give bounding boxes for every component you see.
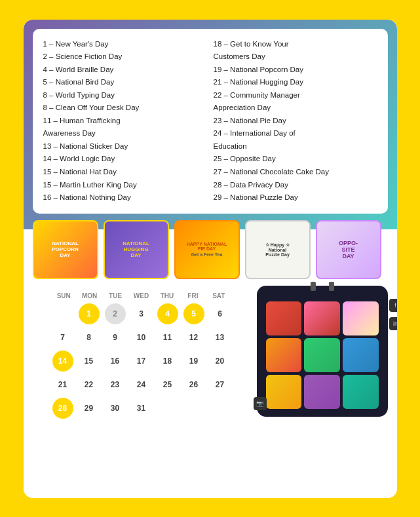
outer-border: 1 – New Year's Day2 – Science Fiction Da… <box>17 13 404 505</box>
day-item: Education <box>214 140 377 153</box>
calendar-day <box>52 303 73 324</box>
calendar-day[interactable]: 22 <box>79 374 100 395</box>
calendar-header-cell: WED <box>128 292 154 299</box>
popcorn-card: NATIONALPOPCORNDAY <box>33 220 98 279</box>
day-item: 16 – National Nothing Day <box>43 191 207 204</box>
device-cell <box>304 338 340 372</box>
calendar-day[interactable]: 19 <box>183 351 204 372</box>
calendar-day[interactable]: 9 <box>105 327 126 348</box>
calendar-day[interactable]: 17 <box>131 351 152 372</box>
device-screen <box>262 291 383 412</box>
day-item: 1 – New Year's Day <box>43 38 207 51</box>
calendar-header-cell: MON <box>77 292 102 299</box>
calendar-day[interactable]: 29 <box>79 398 100 419</box>
calendar-day[interactable]: 18 <box>157 351 178 372</box>
calendar-day <box>157 398 178 419</box>
day-item: 21 – National Hugging Day <box>214 76 377 89</box>
calendar-day[interactable]: 3 <box>131 303 152 324</box>
day-item: 8 – Clean Off Your Desk Day <box>43 102 207 115</box>
day-item: 11 – Human Trafficking <box>43 115 207 128</box>
device-top-bar <box>311 282 334 291</box>
day-item: 19 – National Popcorn Day <box>214 64 377 77</box>
day-item: 14 – World Logic Day <box>43 153 207 166</box>
facebook-icon[interactable]: f <box>389 299 397 312</box>
calendar-day[interactable]: 6 <box>210 303 231 324</box>
calendar-day[interactable]: 27 <box>210 374 231 395</box>
calendar-day[interactable]: 12 <box>183 327 204 348</box>
calendar-day[interactable]: 13 <box>210 327 231 348</box>
calendar-day[interactable]: 21 <box>52 374 73 395</box>
calendar-section: SUNMONTUEWEDTHUFRISAT 123456789101112131… <box>42 286 241 488</box>
calendar-day[interactable]: 11 <box>157 327 178 348</box>
day-item: 23 – National Pie Day <box>214 115 377 128</box>
calendar-day[interactable]: 15 <box>79 351 100 372</box>
day-item: 8 – World Typing Day <box>43 89 207 102</box>
opposite-card: OPPO-SITEDAY <box>316 220 381 279</box>
day-item: 5 – National Bird Day <box>43 76 207 89</box>
hugging-card: NationalHuggingDay <box>104 220 169 279</box>
calendar-day <box>183 398 204 419</box>
calendar-day[interactable]: 10 <box>131 327 152 348</box>
instagram-icon[interactable]: 📷 <box>254 397 267 410</box>
calendar-header: SUNMONTUEWEDTHUFRISAT <box>48 292 235 299</box>
calendar-header-cell: SAT <box>206 292 231 299</box>
calendar-day[interactable]: 8 <box>79 327 100 348</box>
days-list-section: 1 – New Year's Day2 – Science Fiction Da… <box>33 29 388 214</box>
calendar-day[interactable]: 28 <box>52 398 73 419</box>
device-cell <box>343 338 379 372</box>
calendar-day[interactable]: 14 <box>52 351 73 372</box>
device-cell <box>266 301 302 335</box>
day-item: Appreciation Day <box>214 102 377 115</box>
calendar-header-cell: FRI <box>180 292 206 299</box>
day-item: 2 – Science Fiction Day <box>43 50 207 64</box>
calendar-day[interactable]: 24 <box>131 374 152 395</box>
day-item: 29 – National Puzzle Day <box>214 191 377 204</box>
day-item: 22 – Community Manager <box>214 89 377 102</box>
calendar-grid: 1234567891011121314151617181920212223242… <box>48 303 235 419</box>
calendar-day[interactable]: 30 <box>105 398 126 419</box>
calendar-day[interactable]: 25 <box>157 374 178 395</box>
day-item: 28 – Data Privacy Day <box>214 179 377 192</box>
day-item: 27 – National Chocolate Cake Day <box>214 166 377 179</box>
days-column-left: 1 – New Year's Day2 – Science Fiction Da… <box>43 38 207 204</box>
puzzle-card: ☆ Happy ☆NationalPuzzle Day <box>245 220 311 279</box>
content-wrapper: 1 – New Year's Day2 – Science Fiction Da… <box>24 20 397 498</box>
main-card: 1 – New Year's Day2 – Science Fiction Da… <box>24 20 397 498</box>
device-cell <box>266 338 302 372</box>
calendar-header-cell: THU <box>154 292 180 299</box>
calendar-day[interactable]: 26 <box>183 374 204 395</box>
days-column-right: 18 – Get to Know YourCustomers Day19 – N… <box>214 38 377 204</box>
day-item: 4 – World Braille Day <box>43 64 207 77</box>
device-tab-left <box>311 282 316 291</box>
day-item: 25 – Opposite Day <box>214 153 377 166</box>
calendar-day[interactable]: 23 <box>105 374 126 395</box>
device-tab-right <box>329 282 334 291</box>
cards-strip: NATIONALPOPCORNDAY NationalHuggingDay HA… <box>24 214 397 286</box>
social-icons-right: f in <box>389 299 397 330</box>
day-item: Awareness Day <box>43 127 207 140</box>
pie-card: HAPPY NATIONALPIE DAY Get a Free Tea <box>174 220 240 279</box>
day-item: Customers Day <box>214 50 377 64</box>
day-item: 15 – Martin Luther King Day <box>43 179 207 192</box>
device-mockup: f in 📷 <box>257 286 388 417</box>
calendar-day[interactable]: 31 <box>131 398 152 419</box>
device-cell <box>304 375 340 409</box>
calendar-day[interactable]: 1 <box>79 303 100 324</box>
day-item: 13 – National Sticker Day <box>43 140 207 153</box>
linkedin-icon[interactable]: in <box>389 317 397 330</box>
calendar-day[interactable]: 5 <box>183 303 204 324</box>
day-item: 15 – National Hat Day <box>43 166 207 179</box>
device-cell <box>343 301 379 335</box>
calendar-day[interactable]: 7 <box>52 327 73 348</box>
calendar-header-cell: TUE <box>102 292 128 299</box>
calendar-day[interactable]: 16 <box>105 351 126 372</box>
calendar-day[interactable]: 4 <box>157 303 178 324</box>
calendar-header-cell: SUN <box>51 292 77 299</box>
device-cell <box>304 301 340 335</box>
day-item: 24 – International Day of <box>214 127 377 140</box>
day-item: 18 – Get to Know Your <box>214 38 377 51</box>
device-cell <box>266 375 302 409</box>
device-cell <box>343 375 379 409</box>
calendar-day[interactable]: 20 <box>210 351 231 372</box>
calendar-day[interactable]: 2 <box>105 303 126 324</box>
